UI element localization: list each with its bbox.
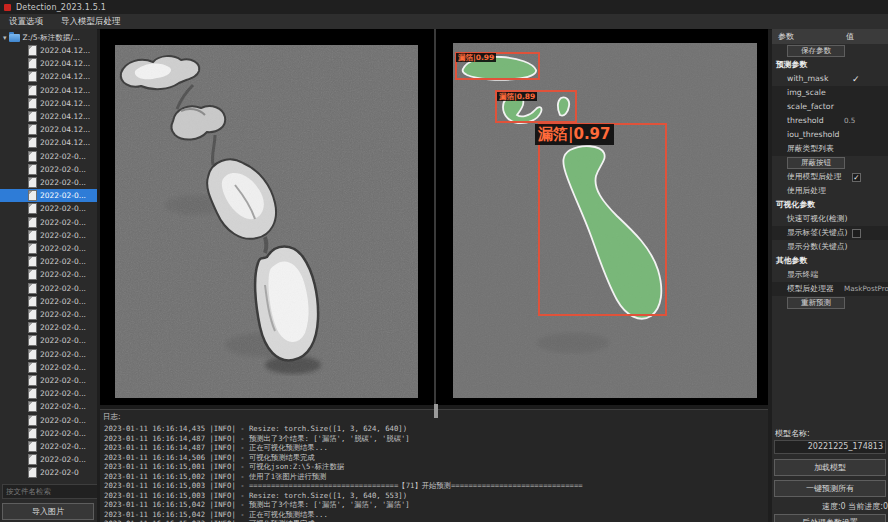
log-title: 日志: [103, 412, 121, 422]
param-row[interactable]: with_mask✓ [772, 72, 888, 86]
tree-item-label: 2022-02-0... [40, 389, 86, 398]
tree-item[interactable]: 2022-02-0... [0, 176, 97, 189]
tree-item[interactable]: 2022-02-0... [0, 255, 97, 268]
tree-item-label: 2022-02-0... [40, 310, 86, 319]
tree-item-label: 2022-02-0... [40, 323, 86, 332]
param-row[interactable]: 快速可视化(检测) [772, 212, 888, 226]
param-row[interactable]: 模型后处理器MaskPostPro [772, 282, 888, 296]
param-row[interactable]: img_scale [772, 86, 888, 100]
menu-settings[interactable]: 设置选项 [0, 14, 52, 29]
tree-item[interactable]: 2022-02-0... [0, 361, 97, 374]
log-line: 2023-01-11 16:16:15,042 |INFO| - 预测出了3个结… [104, 500, 768, 510]
param-row[interactable]: threshold0.5 [772, 114, 888, 128]
tree-item[interactable]: 2022-02-0... [0, 282, 97, 295]
menu-bar: 设置选项 导入模型后处理 [0, 14, 888, 30]
tree-item[interactable]: 2022.04.12... [0, 136, 97, 149]
tree-item[interactable]: 2022.04.12... [0, 57, 97, 70]
param-row[interactable]: 显示分数(关键点) [772, 240, 888, 254]
load-model-button[interactable]: 加载模型 [774, 459, 886, 476]
param-button[interactable]: 屏蔽按钮 [787, 157, 845, 169]
tree-item[interactable]: 2022-02-0... [0, 334, 97, 347]
tree-item[interactable]: 2022.04.12... [0, 70, 97, 83]
tree-item[interactable]: 2022-02-0... [0, 202, 97, 215]
param-row[interactable]: scale_factor [772, 100, 888, 114]
tree-item[interactable]: 2022-02-0... [0, 242, 97, 255]
file-icon [29, 138, 36, 147]
param-row[interactable]: 显示终端 [772, 268, 888, 282]
param-row[interactable]: iou_threshold [772, 128, 888, 142]
param-label: 屏蔽类型列表 [787, 144, 834, 153]
postprocess-settings-button[interactable]: 后处理参数设置 [774, 514, 886, 522]
tree-item[interactable]: 2022-02-0... [0, 308, 97, 321]
tree-item[interactable]: 2022-02-0... [0, 216, 97, 229]
param-value: 0.5 [844, 114, 855, 128]
tree-item-label: 2022-02-0... [40, 376, 86, 385]
tree-item-label: 2022-02-0... [40, 363, 86, 372]
tree-item[interactable]: 2022-02-0... [0, 348, 97, 361]
tree-item[interactable]: 2022-02-0... [0, 295, 97, 308]
param-value: MaskPostPro [844, 282, 888, 296]
tree-item[interactable]: 2022-02-0... [0, 163, 97, 176]
tree-item-label: 2022.04.12... [40, 112, 90, 121]
app-logo-icon [4, 4, 11, 11]
tree-item[interactable]: 2022-02-0... [0, 229, 97, 242]
log-lines: 2023-01-11 16:16:14,435 |INFO| - Resize:… [104, 424, 768, 522]
log-panel[interactable]: 日志: 2023-01-11 16:16:14,435 |INFO| - Res… [100, 409, 768, 522]
tree-item-label: 2022.04.12... [40, 59, 90, 68]
tree-item-label: 2022-02-0... [40, 191, 86, 200]
param-button[interactable]: 重新预测 [787, 297, 845, 309]
tree-item[interactable]: 2022-02-0... [0, 427, 97, 440]
tree-item[interactable]: 2022.04.12... [0, 84, 97, 97]
tree-item[interactable]: 2022.04.12... [0, 97, 97, 110]
checkbox-checked[interactable]: ✓ [852, 173, 861, 182]
tree-item[interactable]: 2022-02-0... [0, 189, 97, 202]
tree-item[interactable]: 2022.04.12... [0, 110, 97, 123]
tree-item-label: 2022-02-0... [40, 455, 86, 464]
search-input[interactable] [2, 484, 97, 499]
file-icon [29, 86, 36, 95]
tree-item-label: 2022-02-0... [40, 152, 86, 161]
file-icon [29, 389, 36, 398]
checkbox-empty[interactable] [852, 229, 861, 238]
model-name-field[interactable]: 20221225_174813 [774, 440, 886, 454]
tree-item[interactable]: 2022-02-0... [0, 440, 97, 453]
menu-import-postprocess[interactable]: 导入模型后处理 [52, 14, 130, 29]
tree-item[interactable]: 2022.04.12... [0, 44, 97, 57]
predict-all-button[interactable]: 一键预测所有 [774, 480, 886, 497]
param-row[interactable]: 屏蔽类型列表 [772, 142, 888, 156]
file-icon [29, 191, 36, 200]
tree-item[interactable]: 2022.04.12... [0, 123, 97, 136]
param-label: threshold [787, 116, 824, 125]
param-button-row: 屏蔽按钮 [772, 156, 888, 170]
splitter-grip-handle[interactable] [434, 404, 438, 418]
prediction-image[interactable]: 漏箔|0.99 漏箔|0.89 漏箔|0.97 [453, 43, 757, 398]
tree-item[interactable]: 2022-02-0... [0, 374, 97, 387]
file-icon [29, 455, 36, 464]
tree-item[interactable]: 2022-02-0... [0, 387, 97, 400]
param-row[interactable]: 使用模型后处理✓ [772, 170, 888, 184]
param-button[interactable]: 保存参数 [787, 45, 845, 57]
tree-item[interactable]: 2022-02-0... [0, 414, 97, 427]
window-title: Detection_2023.1.5.1 [16, 3, 106, 12]
tree-item[interactable]: 2022-02-0... [0, 400, 97, 413]
tree-item[interactable]: 2022-02-0 [0, 466, 97, 479]
tree-item[interactable]: 2022-02-0... [0, 150, 97, 163]
tree-item-label: 2022-02-0... [40, 270, 86, 279]
file-icon [29, 270, 36, 279]
tree-item-label: 2022-02-0... [40, 165, 86, 174]
tree-item[interactable]: 2022-02-0... [0, 453, 97, 466]
param-section-title: 预测参数 [772, 58, 888, 72]
param-table-header: 参数 值 [772, 29, 888, 44]
tree-item[interactable]: 2022-02-0... [0, 321, 97, 334]
tree-item-label: 2022.04.12... [40, 86, 90, 95]
check-icon: ✓ [852, 72, 860, 86]
file-icon [29, 165, 36, 174]
file-tree-items: 2022.04.12...2022.04.12...2022.04.12...2… [0, 29, 97, 484]
import-images-button[interactable]: 导入图片 [2, 503, 94, 520]
original-image[interactable] [115, 45, 418, 398]
detection-label-1: 漏箔|0.99 [456, 53, 496, 62]
log-line: 2023-01-11 16:16:15,042 |INFO| - 正在可视化预测… [104, 510, 768, 520]
param-row[interactable]: 使用后处理 [772, 184, 888, 198]
param-row[interactable]: 显示标签(关键点) [772, 226, 888, 240]
tree-item[interactable]: 2022-02-0... [0, 268, 97, 281]
